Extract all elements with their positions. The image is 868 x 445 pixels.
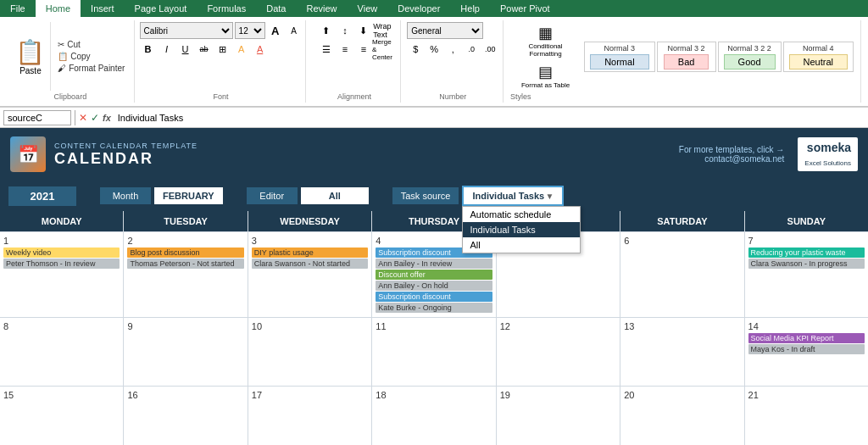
tab-power-pivot[interactable]: Power Pivot [490,0,560,17]
day-cell-week3-day7: 21 [745,387,868,445]
wrap-text-button[interactable]: Wrap Text [374,22,391,39]
day-number: 11 [376,321,492,331]
currency-button[interactable]: $ [407,41,424,58]
ribbon-content-area: 📋 Paste ✂ Cut 📋 Copy 🖌 Format Painter Cl… [0,17,868,107]
calendar-controls: 2021 Month FEBRUARY Editor All Task sour… [0,181,868,211]
formula-confirm-button[interactable]: ✓ [91,112,99,124]
normal4-style[interactable]: Normal 4 Neutral [783,42,854,72]
fill-color-button[interactable]: A [233,41,250,58]
day-number: 21 [748,390,865,400]
conditional-formatting-button[interactable]: ▦ Conditional Formatting [510,22,581,59]
event-0-1-1: Thomas Peterson - Not started [127,259,243,269]
underline-button[interactable]: U [177,41,194,58]
day-number: 9 [127,321,243,331]
header-text: CONTENT CALENDAR TEMPLATE CALENDAR [54,142,198,168]
formula-input[interactable] [114,113,865,123]
tab-home[interactable]: Home [36,0,81,17]
template-label: CONTENT CALENDAR TEMPLATE [54,142,198,150]
cut-button[interactable]: ✂ Cut [56,39,126,50]
align-row-1: ⬆ ↕ ⬇ Wrap Text [318,22,391,39]
event-0-6-1: Clara Swanson - In progress [748,259,865,269]
paste-label: Paste [19,66,42,75]
day-cell-week2-day4: 11 [372,318,495,386]
align-center-button[interactable]: ≡ [337,41,353,58]
bold-button[interactable]: B [140,41,157,58]
copy-button[interactable]: 📋 Copy [56,51,126,62]
italic-button[interactable]: I [159,41,175,58]
tab-insert[interactable]: Insert [81,0,125,17]
strikethrough-button[interactable]: ab [196,41,213,58]
dropdown-item-0[interactable]: Automatic schedule [463,207,580,222]
comma-button[interactable]: , [444,41,461,58]
dropdown-item-2[interactable]: All [463,237,580,253]
day-number: 18 [376,390,492,400]
editor-label: Editor [247,187,298,204]
day-number: 16 [127,390,243,400]
font-family-select[interactable]: Calibri [140,22,233,39]
tab-help[interactable]: Help [450,0,490,17]
increase-decimal-button[interactable]: .0 [463,41,480,58]
decrease-font-button[interactable]: A [286,22,303,39]
normal322-value: Good [724,54,776,70]
normal322-style[interactable]: Normal 3 2 2 Good [718,42,782,72]
day-number: 7 [748,236,865,246]
day-cell-week2-day7: 14Social Media KPI ReportMaya Kos - In d… [745,318,868,386]
font-row-2: B I U ab ⊞ A A [140,41,303,58]
format-as-table-button[interactable]: ▤ Format as Table [510,61,581,91]
tab-file[interactable]: File [0,0,36,17]
tab-developer[interactable]: Developer [387,0,450,17]
tab-formulas[interactable]: Formulas [197,0,256,17]
day-number: 10 [252,321,368,331]
font-group-label: Font [214,92,229,101]
tab-view[interactable]: View [348,0,388,17]
calendar-grid: MONDAY TUESDAY WEDNESDAY THURSDAY FRIDAY… [0,211,868,445]
number-format-select[interactable]: General [407,22,483,39]
tab-review[interactable]: Review [296,0,347,17]
normal32-style[interactable]: Normal 3 2 Bad [657,42,716,72]
align-right-button[interactable]: ≡ [355,41,372,58]
tab-data[interactable]: Data [256,0,296,17]
tab-page-layout[interactable]: Page Layout [125,0,198,17]
decrease-decimal-button[interactable]: .00 [481,41,498,58]
day-cell-week3-day4: 18 [372,387,495,445]
cell-name-box[interactable] [3,110,71,125]
formula-cancel-button[interactable]: ✕ [79,112,87,124]
cf-label: Conditional Formatting [515,42,576,58]
someka-logo: someka Excel Solutions [798,137,858,171]
ribbon: File Home Insert Page Layout Formulas Da… [0,0,868,108]
borders-button[interactable]: ⊞ [214,41,231,58]
normal322-label: Normal 3 2 2 [727,44,771,53]
increase-font-button[interactable]: A [267,22,284,39]
align-bottom-button[interactable]: ⬇ [355,22,372,39]
percent-button[interactable]: % [426,41,442,58]
align-left-button[interactable]: ☰ [318,41,335,58]
day-header-monday: MONDAY [0,211,123,231]
align-top-button[interactable]: ⬆ [318,22,335,39]
day-cell-week1-day7: 7Reducing your plastic wasteClara Swanso… [745,232,868,317]
merge-center-button[interactable]: Merge & Center [374,41,391,58]
font-color-button[interactable]: A [252,41,269,58]
editor-value: All [301,187,369,204]
format-painter-button[interactable]: 🖌 Format Painter [56,63,126,74]
header-right: For more templates, click → contact@some… [679,137,858,171]
day-cell-week3-day2: 16 [124,387,247,445]
alignment-content: ⬆ ↕ ⬇ Wrap Text ☰ ≡ ≡ Merge & Center [318,22,391,58]
day-cell-week1-day6: 6 [620,232,743,317]
font-size-select[interactable]: 12 [235,22,265,39]
dropdown-item-1[interactable]: Individual Tasks [463,222,580,237]
day-number: 15 [3,390,120,400]
normal3-style[interactable]: Normal 3 Normal [584,42,654,72]
task-source-label: Task source [392,187,459,204]
function-button[interactable]: fx [103,113,111,123]
task-source-dropdown[interactable]: Individual Tasks ▼ [462,186,564,206]
style-cells-container: Normal 3 Normal Normal 3 2 Bad Normal 3 … [584,42,854,72]
paste-button[interactable]: 📋 Paste [10,22,51,91]
event-0-3-5: Kate Burke - Ongoing [376,303,492,313]
number-content: General $ % , .0 .00 [407,22,498,58]
day-header-saturday: SATURDAY [620,211,743,231]
align-middle-button[interactable]: ↕ [337,22,353,39]
day-number: 20 [624,390,740,400]
day-header-wednesday: WEDNESDAY [248,211,371,231]
day-cell-week1-day2: 2Blog post discussionThomas Peterson - N… [124,232,247,317]
normal4-label: Normal 4 [803,44,834,53]
